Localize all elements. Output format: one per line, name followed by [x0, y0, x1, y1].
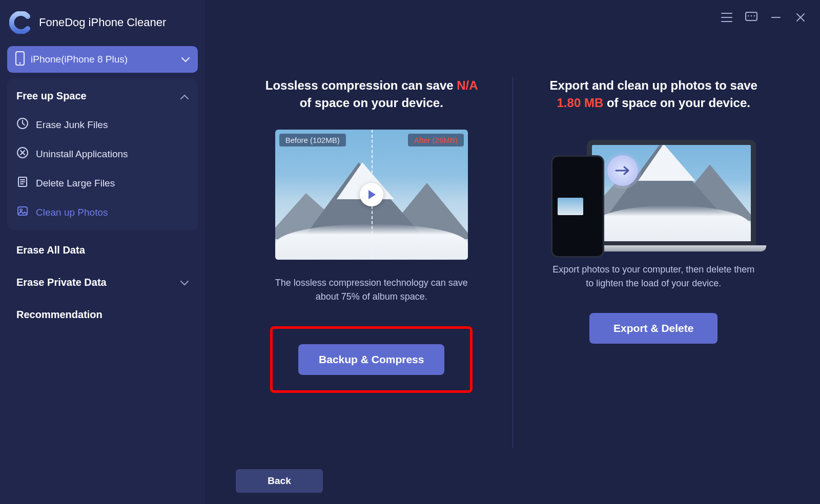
svg-point-6 [20, 209, 22, 211]
main-content: Lossless compression can save N/A of spa… [205, 0, 820, 504]
app-logo-icon [9, 11, 32, 34]
sidebar-item-erase-private[interactable]: Erase Private Data [7, 266, 198, 299]
chevron-up-icon [180, 90, 189, 102]
after-tag: After (26MB) [408, 134, 464, 146]
photo-icon [16, 205, 29, 220]
sidebar-item-clean-photos[interactable]: Clean up Photos [7, 198, 198, 227]
sidebar: FoneDog iPhone Cleaner iPhone(iPhone 8 P… [0, 0, 205, 504]
sidebar-item-delete-large[interactable]: Delete Large Files [7, 169, 198, 198]
export-title-pre: Export and clean up photos to save [550, 78, 757, 92]
sidebar-item-label: Erase Private Data [16, 277, 107, 288]
sidebar-item-label: Recommendation [16, 309, 102, 321]
phone-icon [15, 51, 25, 68]
sidebar-item-label: Delete Large Files [36, 178, 115, 189]
clock-icon [16, 117, 29, 132]
export-panel: Export and clean up photos to save 1.80 … [513, 77, 795, 448]
app-header: FoneDog iPhone Cleaner [7, 7, 198, 46]
device-selector[interactable]: iPhone(iPhone 8 Plus) [7, 46, 198, 73]
export-title-value: 1.80 MB [557, 96, 604, 110]
menu-free-up-space: Free up Space Erase Junk Files Uninstall… [7, 79, 198, 230]
highlight-annotation: Backup & Compress [270, 326, 473, 393]
chevron-down-icon [181, 54, 190, 65]
minimize-icon[interactable] [769, 10, 783, 25]
play-icon[interactable] [360, 183, 383, 206]
sidebar-item-uninstall-apps[interactable]: Uninstall Applications [7, 139, 198, 169]
compress-title: Lossless compression can save N/A of spa… [264, 77, 479, 111]
laptop-graphic [587, 140, 756, 251]
sidebar-item-erase-junk[interactable]: Erase Junk Files [7, 110, 198, 139]
uninstall-icon [16, 146, 29, 161]
feedback-icon[interactable] [744, 10, 758, 25]
compress-title-pre: Lossless compression can save [265, 78, 457, 92]
compress-illustration: Before (102MB) After (26MB) [275, 130, 468, 260]
back-button[interactable]: Back [236, 469, 323, 493]
phone-graphic [551, 155, 604, 258]
compress-desc: The lossless compression technology can … [269, 276, 474, 304]
menu-icon[interactable] [720, 10, 734, 25]
sidebar-item-recommendation[interactable]: Recommendation [7, 299, 198, 331]
export-delete-button[interactable]: Export & Delete [589, 313, 717, 344]
file-icon [16, 176, 29, 191]
compress-title-post: of space on your device. [300, 96, 443, 110]
close-icon[interactable] [793, 10, 808, 25]
backup-compress-button[interactable]: Backup & Compress [298, 344, 444, 375]
window-controls [720, 10, 808, 25]
export-desc: Export photos to your computer, then del… [551, 263, 756, 290]
content-panels: Lossless compression can save N/A of spa… [205, 0, 820, 504]
free-up-space-label: Free up Space [16, 90, 87, 102]
before-tag: Before (102MB) [279, 134, 346, 146]
compress-panel: Lossless compression can save N/A of spa… [231, 77, 513, 448]
sidebar-item-erase-all[interactable]: Erase All Data [7, 234, 198, 266]
chevron-down-icon [180, 277, 189, 288]
free-up-space-heading[interactable]: Free up Space [7, 82, 198, 110]
export-illustration [551, 130, 756, 263]
app-title: FoneDog iPhone Cleaner [39, 16, 166, 29]
sidebar-item-label: Clean up Photos [36, 207, 108, 218]
compress-title-value: N/A [457, 78, 477, 92]
sidebar-item-label: Uninstall Applications [36, 149, 128, 160]
sidebar-item-label: Erase All Data [16, 244, 85, 256]
export-title: Export and clean up photos to save 1.80 … [546, 77, 761, 111]
svg-point-1 [19, 62, 21, 64]
export-title-post: of space on your device. [603, 96, 750, 110]
sidebar-item-label: Erase Junk Files [36, 119, 108, 131]
device-label: iPhone(iPhone 8 Plus) [31, 54, 128, 65]
